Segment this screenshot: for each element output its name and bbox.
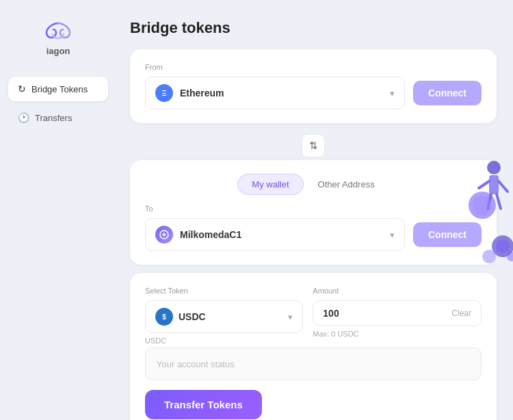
- to-row: MilkomedaC1 ▾ Connect: [145, 218, 482, 251]
- sidebar-item-transfers-label: Transfers: [35, 113, 72, 123]
- bridge-tokens-icon: ↻: [18, 83, 26, 94]
- to-card: My wallet Other Address To MilkomedaC1 ▾…: [130, 160, 497, 265]
- from-card: From Ξ Ethereum ▾ Connect: [130, 49, 497, 123]
- token-dropdown[interactable]: $ USDC ▾: [145, 300, 303, 333]
- amount-input-wrap: Clear: [313, 300, 482, 326]
- tab-other-address[interactable]: Other Address: [304, 174, 389, 195]
- iagon-logo-icon: [41, 21, 75, 44]
- to-chain-chevron-icon: ▾: [390, 230, 395, 240]
- ethereum-icon: Ξ: [155, 84, 173, 102]
- to-chain-dropdown[interactable]: MilkomedaC1 ▾: [145, 218, 405, 251]
- to-chain-name: MilkomedaC1: [180, 229, 383, 240]
- from-chain-chevron-icon: ▾: [390, 88, 395, 99]
- token-amount-row: Select Token $ USDC ▾ USDC Amount Clear …: [145, 287, 482, 345]
- select-token-label: Select Token: [145, 287, 303, 295]
- page-title: Bridge tokens: [130, 19, 497, 37]
- sidebar-item-bridge-tokens-label: Bridge Tokens: [31, 84, 88, 94]
- milkomeda-icon: [155, 226, 173, 244]
- swap-button[interactable]: ⇅: [302, 134, 325, 157]
- from-chain-name: Ethereum: [180, 88, 383, 99]
- clear-button[interactable]: Clear: [451, 309, 471, 318]
- to-label: To: [145, 205, 482, 213]
- token-sub-label: USDC: [145, 337, 303, 345]
- token-chevron-icon: ▾: [288, 312, 293, 322]
- logo-area: iagon: [41, 21, 75, 56]
- from-label: From: [145, 63, 482, 71]
- usdc-icon: $: [155, 308, 173, 326]
- from-connect-button[interactable]: Connect: [413, 81, 482, 105]
- transfers-icon: 🕐: [18, 112, 29, 123]
- token-name: USDC: [179, 311, 282, 322]
- svg-line-4: [499, 181, 508, 192]
- sidebar-navigation: ↻ Bridge Tokens 🕐 Transfers: [0, 77, 116, 130]
- wallet-tabs: My wallet Other Address: [145, 174, 482, 195]
- sidebar-item-bridge-tokens[interactable]: ↻ Bridge Tokens: [8, 77, 108, 101]
- amount-section: Amount Clear Max: 0 USDC: [313, 287, 482, 338]
- max-label: Max: 0 USDC: [313, 330, 482, 338]
- amount-label: Amount: [313, 287, 482, 295]
- sidebar-item-transfers[interactable]: 🕐 Transfers: [8, 105, 108, 130]
- from-chain-dropdown[interactable]: Ξ Ethereum ▾: [145, 77, 405, 109]
- svg-point-10: [496, 239, 510, 253]
- transfer-tokens-button[interactable]: Transfer Tokens: [145, 390, 262, 419]
- main-content: Bridge tokens From Ξ Ethereum ▾ Connect …: [116, 0, 513, 420]
- svg-point-12: [507, 252, 513, 261]
- svg-line-6: [497, 194, 501, 209]
- to-connect-button[interactable]: Connect: [413, 222, 482, 247]
- tab-my-wallet[interactable]: My wallet: [237, 174, 303, 195]
- token-amount-card: Select Token $ USDC ▾ USDC Amount Clear …: [130, 273, 497, 420]
- amount-input[interactable]: [323, 308, 451, 319]
- account-status-box: Your account status: [145, 347, 482, 380]
- sidebar: iagon ↻ Bridge Tokens 🕐 Transfers: [0, 0, 116, 420]
- logo-label: iagon: [47, 46, 70, 56]
- swap-divider: ⇅: [130, 131, 497, 160]
- account-status-text: Your account status: [157, 359, 235, 369]
- from-row: Ξ Ethereum ▾ Connect: [145, 77, 482, 109]
- token-section: Select Token $ USDC ▾ USDC: [145, 287, 303, 345]
